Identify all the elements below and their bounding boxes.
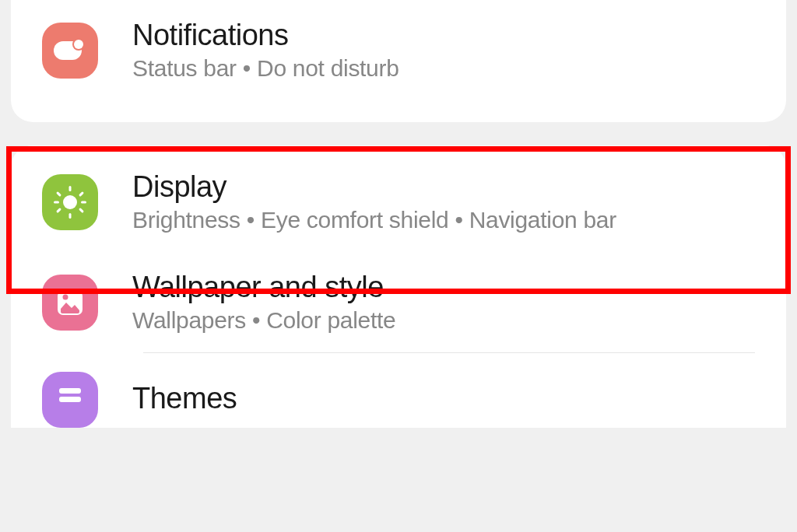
wallpaper-icon xyxy=(42,275,98,331)
svg-point-2 xyxy=(74,40,83,49)
settings-item-themes[interactable]: Themes xyxy=(11,353,786,428)
svg-rect-11 xyxy=(56,207,61,212)
notifications-title: Notifications xyxy=(132,19,755,52)
display-content: Display Brightness • Eye comfort shield … xyxy=(132,170,755,233)
wallpaper-title: Wallpaper and style xyxy=(132,271,755,304)
themes-icon xyxy=(42,372,98,428)
notifications-icon xyxy=(42,23,98,79)
notifications-content: Notifications Status bar • Do not distur… xyxy=(132,19,755,82)
settings-item-notifications[interactable]: Notifications Status bar • Do not distur… xyxy=(11,0,786,100)
settings-item-wallpaper[interactable]: Wallpaper and style Wallpapers • Color p… xyxy=(11,252,786,352)
themes-title: Themes xyxy=(132,382,755,415)
wallpaper-content: Wallpaper and style Wallpapers • Color p… xyxy=(132,271,755,334)
display-title: Display xyxy=(132,170,755,204)
svg-rect-5 xyxy=(69,213,72,219)
settings-section-top: Notifications Status bar • Do not distur… xyxy=(11,0,786,122)
svg-rect-6 xyxy=(54,201,59,203)
svg-rect-10 xyxy=(79,191,84,196)
svg-rect-14 xyxy=(59,388,81,394)
svg-point-3 xyxy=(63,195,77,209)
svg-rect-8 xyxy=(56,191,61,196)
settings-section-bottom: Display Brightness • Eye comfort shield … xyxy=(11,145,786,428)
svg-rect-15 xyxy=(59,397,81,402)
settings-item-display[interactable]: Display Brightness • Eye comfort shield … xyxy=(11,152,786,252)
themes-content: Themes xyxy=(132,382,755,418)
svg-point-13 xyxy=(63,294,68,299)
svg-rect-7 xyxy=(81,201,86,203)
svg-rect-4 xyxy=(69,186,72,191)
wallpaper-subtitle: Wallpapers • Color palette xyxy=(132,307,755,334)
display-subtitle: Brightness • Eye comfort shield • Naviga… xyxy=(132,207,755,233)
display-icon xyxy=(42,174,98,230)
notifications-subtitle: Status bar • Do not disturb xyxy=(132,55,755,82)
svg-rect-9 xyxy=(79,207,84,212)
